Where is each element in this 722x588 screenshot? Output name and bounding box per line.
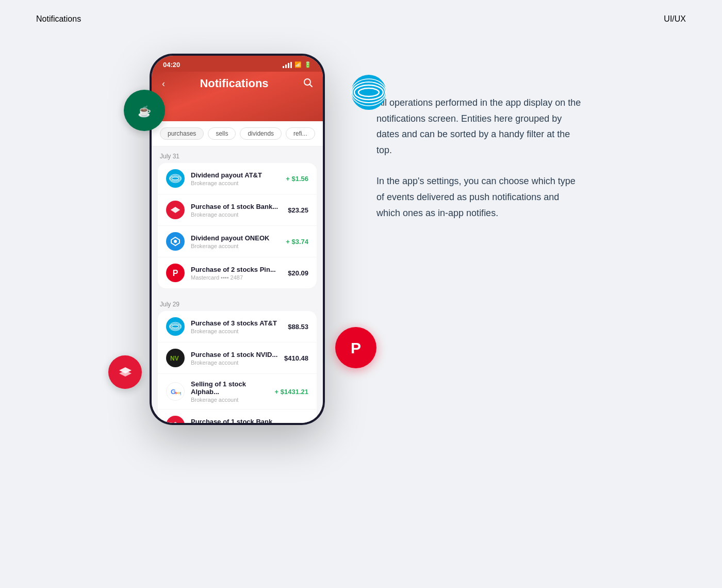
transaction-info: Dividend payout AT&T Brokerage account — [191, 171, 286, 186]
transaction-subtitle: Brokerage account — [191, 243, 286, 249]
transaction-title: Purchase of 3 stocks AT&T — [191, 319, 288, 327]
app-title: Notifications — [200, 77, 268, 90]
filter-purchases[interactable]: purchases — [160, 127, 204, 140]
phone-area: ☕ P — [139, 54, 335, 425]
transaction-info: Selling of 1 stock Alphab... Brokerage a… — [191, 380, 275, 403]
table-row: Purchase of 1 stock Bank... Brokerage ac… — [158, 410, 317, 423]
svg-text:P: P — [173, 269, 178, 277]
svg-text:oogle: oogle — [175, 390, 181, 395]
signal-icon — [283, 62, 292, 68]
transaction-amount: $23.21 — [288, 421, 308, 423]
transaction-amount: $20.09 — [288, 269, 308, 277]
transaction-amount: + $3.74 — [286, 238, 308, 246]
transaction-subtitle: Brokerage account — [191, 211, 288, 218]
main-content: ☕ P — [0, 38, 722, 425]
transaction-amount: $23.25 — [288, 206, 308, 214]
description-paragraph1: All operations performed in the app disp… — [376, 95, 583, 158]
transaction-amount: + $1.56 — [286, 175, 308, 183]
svg-text:☕: ☕ — [138, 105, 152, 118]
transaction-subtitle: Brokerage account — [191, 397, 275, 403]
scroll-content[interactable]: July 31 Di — [152, 146, 323, 423]
svg-point-11 — [172, 177, 179, 180]
transaction-subtitle: Brokerage account — [191, 328, 288, 334]
status-bar: 04:20 📶 🔋 — [152, 56, 323, 72]
svg-text:P: P — [350, 339, 360, 356]
table-row: Purchase of 1 stock Bank... Brokerage ac… — [158, 194, 317, 226]
transaction-subtitle: Mastercard •••• 2487 — [191, 274, 288, 281]
transaction-amount: $410.48 — [284, 354, 308, 362]
page-header: Notifications UI/UX — [0, 0, 722, 38]
page-label-right: UI/UX — [664, 14, 686, 24]
nvidia-logo-small: NV — [166, 349, 185, 367]
svg-point-9 — [304, 79, 310, 85]
right-content: All operations performed in the app disp… — [376, 54, 583, 221]
bofa-logo-floating — [108, 355, 142, 389]
svg-line-10 — [310, 85, 312, 87]
transaction-title: Dividend payout ONEOK — [191, 234, 286, 242]
back-button[interactable]: ‹ — [162, 78, 165, 89]
starbucks-logo: ☕ — [124, 90, 165, 131]
transaction-amount: $88.53 — [288, 323, 308, 331]
transaction-info: Purchase of 3 stocks AT&T Brokerage acco… — [191, 319, 288, 334]
table-row: P Purchase of 2 stocks Pin... Mastercard… — [158, 257, 317, 288]
table-row: Dividend payout ONEOK Brokerage account … — [158, 226, 317, 257]
bofa-logo-small2 — [166, 416, 185, 423]
transaction-card-july29: Purchase of 3 stocks AT&T Brokerage acco… — [158, 311, 317, 423]
svg-point-17 — [172, 325, 179, 328]
bofa-logo-small — [166, 201, 185, 219]
transaction-info: Dividend payout ONEOK Brokerage account — [191, 234, 286, 249]
svg-point-2 — [351, 75, 386, 110]
att-logo-small2 — [166, 317, 185, 336]
section-date-july29: July 29 — [152, 295, 323, 311]
search-button[interactable] — [303, 78, 313, 89]
transaction-title: Purchase of 1 stock Bank... — [191, 203, 288, 210]
transaction-info: Purchase of 2 stocks Pin... Mastercard •… — [191, 266, 288, 281]
status-time: 04:20 — [163, 61, 180, 69]
svg-text:NV: NV — [170, 355, 179, 362]
page-label-left: Notifications — [36, 14, 81, 24]
transaction-info: Purchase of 1 stock Bank... Brokerage ac… — [191, 418, 288, 423]
transaction-title: Purchase of 2 stocks Pin... — [191, 266, 288, 273]
status-icons: 📶 🔋 — [283, 61, 311, 68]
pinterest-logo-small: P — [166, 264, 185, 282]
google-logo-small: G oogle — [166, 382, 185, 401]
att-logo-small — [166, 169, 185, 188]
battery-icon: 🔋 — [304, 61, 311, 68]
transaction-card-july31: Dividend payout AT&T Brokerage account +… — [158, 163, 317, 288]
transaction-title: Purchase of 1 stock Bank... — [191, 418, 288, 423]
section-date-july31: July 31 — [152, 146, 323, 163]
phone-frame: 04:20 📶 🔋 ‹ — [150, 54, 325, 425]
table-row: Purchase of 3 stocks AT&T Brokerage acco… — [158, 311, 317, 342]
att-logo-floating — [351, 74, 387, 110]
transaction-title: Selling of 1 stock Alphab... — [191, 380, 275, 396]
description-paragraph2: In the app's settings, you can choose wh… — [376, 173, 583, 221]
svg-point-15 — [174, 240, 177, 243]
transaction-amount: + $1431.21 — [275, 388, 308, 396]
filter-row: purchases sells dividends refi... — [152, 121, 323, 146]
app-header: ‹ Notifications — [152, 72, 323, 121]
table-row: G oogle Selling of 1 stock Alphab... Bro… — [158, 374, 317, 410]
filter-sells[interactable]: sells — [208, 127, 236, 140]
oneok-logo-small — [166, 232, 185, 251]
transaction-subtitle: Brokerage account — [191, 180, 286, 186]
wifi-icon: 📶 — [294, 61, 302, 68]
table-row: NV Purchase of 1 stock NVID... Brokerage… — [158, 342, 317, 374]
filter-dividends[interactable]: dividends — [240, 127, 282, 140]
transaction-title: Dividend payout AT&T — [191, 171, 286, 179]
transaction-info: Purchase of 1 stock Bank... Brokerage ac… — [191, 203, 288, 218]
transaction-title: Purchase of 1 stock NVID... — [191, 351, 284, 358]
phone-screen: 04:20 📶 🔋 ‹ — [152, 56, 323, 423]
transaction-subtitle: Brokerage account — [191, 360, 284, 366]
pinterest-logo-floating: P — [335, 327, 376, 368]
table-row: Dividend payout AT&T Brokerage account +… — [158, 163, 317, 194]
transaction-info: Purchase of 1 stock NVID... Brokerage ac… — [191, 351, 284, 366]
filter-refi[interactable]: refi... — [286, 127, 315, 140]
